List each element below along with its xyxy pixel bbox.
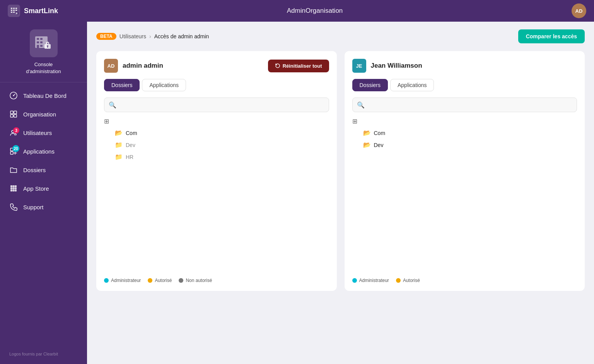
organisation-label: Organisation <box>23 111 56 118</box>
svg-rect-7 <box>40 41 43 43</box>
admin-avatar: AD <box>104 59 118 73</box>
svg-rect-5 <box>40 38 43 40</box>
folder-open-icon-dev-jean: 📂 <box>363 141 371 149</box>
phone-icon <box>9 203 18 211</box>
applications-badge: 20 <box>12 145 19 152</box>
legend-admin-jean-label: Administrateur <box>359 278 389 283</box>
folder-dev-jean[interactable]: 📂 Dev <box>352 139 577 150</box>
console-section: Consoled'administration <box>0 22 87 82</box>
search-icon-admin: 🔍 <box>109 101 116 109</box>
legend-auth-jean: Autorisé <box>396 278 420 283</box>
sidebar-item-applications[interactable]: Applications 20 <box>0 142 87 161</box>
svg-rect-16 <box>14 111 17 114</box>
jean-avatar: JE <box>352 59 366 73</box>
search-wrap-admin: 🔍 <box>104 97 329 112</box>
svg-point-11 <box>47 45 48 47</box>
tab-dossiers-admin[interactable]: Dossiers <box>104 79 140 91</box>
folder-closed-icon: 📁 <box>115 141 123 149</box>
panel-jean-user: JE Jean Williamson <box>352 59 422 73</box>
folder-open-icon: 📂 <box>115 129 123 137</box>
search-icon-jean: 🔍 <box>357 101 365 109</box>
breadcrumb: BETA Utilisateurs › Accès de admin admin <box>96 33 209 40</box>
tree-root-icon-admin[interactable]: ⊞ <box>104 118 329 125</box>
tab-applications-jean[interactable]: Applications <box>390 79 434 91</box>
svg-point-14 <box>13 95 14 96</box>
applications-label: Applications <box>23 148 55 155</box>
sidebar-item-support[interactable]: Support <box>0 198 87 216</box>
svg-rect-9 <box>40 45 43 47</box>
logo[interactable]: SmartLink <box>8 5 58 17</box>
sidebar-footer: Logos fournis par Clearbit <box>0 348 87 360</box>
legend-nonauth-label: Non autorisé <box>186 278 212 283</box>
svg-rect-34 <box>15 190 17 191</box>
reset-label: Réinitialiser tout <box>283 63 322 69</box>
legend-dot-admin-jean <box>352 278 357 283</box>
svg-rect-26 <box>10 185 12 187</box>
legend-dot-auth <box>148 278 152 283</box>
panels-container: AD admin admin Réinitialiser tout Dossie… <box>96 51 585 291</box>
search-input-admin[interactable] <box>104 97 329 112</box>
svg-rect-15 <box>10 111 13 114</box>
main-layout: Consoled'administration Tableau De Bord … <box>0 22 594 364</box>
jean-name: Jean Williamson <box>371 62 422 70</box>
utilisateurs-label: Utilisateurs <box>23 130 52 136</box>
sidebar-item-tableau[interactable]: Tableau De Bord <box>0 86 87 105</box>
folder-dev-admin[interactable]: 📁 Dev <box>104 139 329 150</box>
legend-nonauth: Non autorisé <box>179 278 212 283</box>
svg-rect-17 <box>10 114 13 117</box>
folder-com-admin[interactable]: 📂 Com <box>104 127 329 138</box>
folder-dev-name: Dev <box>126 142 135 148</box>
folder-tree-jean: ⊞ 📂 Com 📂 Dev <box>352 118 577 270</box>
building-lock-icon <box>34 33 54 53</box>
sidebar-item-appstore[interactable]: App Store <box>0 179 87 198</box>
svg-rect-18 <box>14 114 17 117</box>
console-icon-wrap <box>30 29 58 57</box>
panel-jean-legend: Administrateur Autorisé <box>352 278 577 283</box>
support-label: Support <box>23 204 44 210</box>
console-label: Consoled'administration <box>26 61 61 75</box>
reset-button[interactable]: Réinitialiser tout <box>268 60 329 72</box>
folder-open-icon-com-jean: 📂 <box>363 129 371 137</box>
breadcrumb-utilisateurs[interactable]: Utilisateurs <box>119 33 146 39</box>
logo-text: SmartLink <box>24 7 58 15</box>
tab-dossiers-jean[interactable]: Dossiers <box>352 79 388 91</box>
panel-jean: JE Jean Williamson Dossiers Applications… <box>345 51 585 291</box>
legend-dot-admin <box>104 278 109 283</box>
panel-admin-legend: Administrateur Autorisé Non autorisé <box>104 278 329 283</box>
sidebar-item-utilisateurs[interactable]: Utilisateurs 3 <box>0 123 87 142</box>
svg-rect-32 <box>10 190 12 191</box>
folder-hr-admin[interactable]: 📁 HR <box>104 151 329 162</box>
panel-admin-tabs: Dossiers Applications <box>104 79 329 91</box>
tableau-label: Tableau De Bord <box>23 92 67 99</box>
sidebar: Consoled'administration Tableau De Bord … <box>0 22 87 364</box>
legend-auth-jean-label: Autorisé <box>403 278 420 283</box>
user-avatar-topbar[interactable]: AD <box>572 3 586 18</box>
svg-rect-30 <box>13 188 15 190</box>
topbar: SmartLink AdminOrganisation AD <box>0 0 594 22</box>
folder-com-jean[interactable]: 📂 Com <box>352 127 577 138</box>
folder-icon <box>9 166 18 174</box>
svg-rect-33 <box>13 190 15 191</box>
sidebar-item-dossiers[interactable]: Dossiers <box>0 161 87 179</box>
svg-rect-4 <box>37 38 39 40</box>
folder-com-name: Com <box>126 130 137 136</box>
admin-name: admin admin <box>123 62 163 70</box>
grid-icon <box>9 110 18 118</box>
tree-root-icon-jean[interactable]: ⊞ <box>352 118 577 125</box>
search-input-jean[interactable] <box>352 97 577 112</box>
sidebar-nav: Tableau De Bord Organisation Utilisateur… <box>0 82 87 348</box>
legend-admin-label: Administrateur <box>111 278 141 283</box>
folder-tree-admin: ⊞ 📂 Com 📁 Dev 📁 HR <box>104 118 329 270</box>
legend-auth-label: Autorisé <box>155 278 172 283</box>
svg-rect-23 <box>10 152 13 154</box>
tree-root-jean: ⊞ 📂 Com 📂 Dev <box>352 118 577 150</box>
svg-rect-8 <box>37 45 39 48</box>
folder-dev-jean-name: Dev <box>374 142 384 148</box>
panel-admin-user: AD admin admin <box>104 59 163 73</box>
dossiers-label: Dossiers <box>23 167 46 173</box>
compare-button[interactable]: Comparer les accès <box>518 29 585 43</box>
beta-badge: BETA <box>96 33 116 40</box>
appstore-label: App Store <box>23 185 49 192</box>
tab-applications-admin[interactable]: Applications <box>142 79 186 91</box>
sidebar-item-organisation[interactable]: Organisation <box>0 105 87 123</box>
